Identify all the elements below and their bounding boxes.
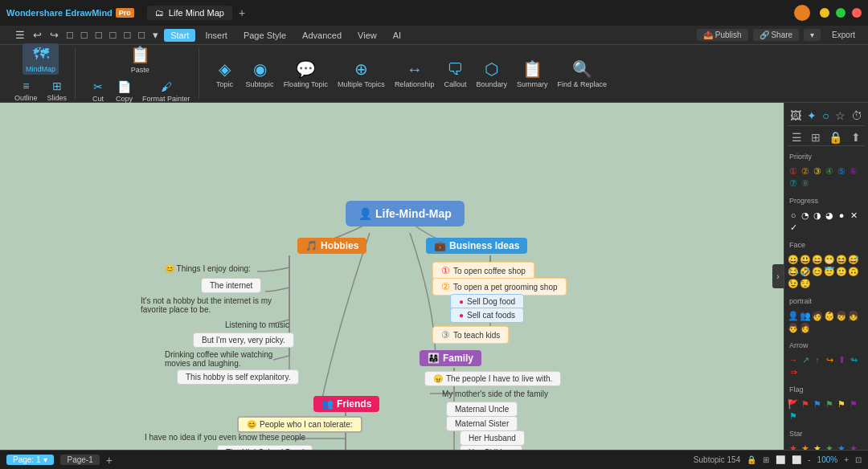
flag-5[interactable]: ⚑ <box>836 398 847 410</box>
flag-3[interactable]: ⚑ <box>812 398 823 410</box>
ribbon-relationship-button[interactable]: ↔ Relationship <box>391 59 438 90</box>
face-6[interactable]: 😅 <box>848 254 859 265</box>
progress-check[interactable]: ✓ <box>788 222 799 233</box>
portrait-1[interactable]: 👤 <box>788 310 799 321</box>
face-4[interactable]: 😁 <box>824 254 835 265</box>
face-1[interactable]: 😀 <box>788 254 799 265</box>
flag-2[interactable]: ⚑ <box>800 398 811 410</box>
flag-1[interactable]: 🚩 <box>788 398 799 410</box>
page-tab-1[interactable]: Page: 1 ▾ <box>6 455 54 465</box>
portrait-7[interactable]: 👨 <box>788 322 799 333</box>
family-child-2[interactable]: My mother's side of the family <box>434 387 556 401</box>
arrow-3[interactable]: ↑ <box>812 354 823 365</box>
ribbon-format-painter-button[interactable]: 🖌 Format Painter <box>139 79 194 104</box>
friends-child-3[interactable]: The HighSchool Band <box>217 445 313 450</box>
page-tab-2[interactable]: Page-1 <box>60 455 99 465</box>
sidebar-icon-photo[interactable]: 🖼 <box>790 109 801 122</box>
menu-start[interactable]: Start <box>164 29 195 42</box>
priority-2[interactable]: ② <box>800 165 811 177</box>
ribbon-cut-button[interactable]: ✂ Cut <box>87 79 109 104</box>
root-node[interactable]: 👤 Life-Mind-Map <box>346 201 465 226</box>
add-page-button[interactable]: + <box>106 454 113 467</box>
tb-icon-2[interactable]: □ <box>79 29 90 41</box>
star-2[interactable]: ★ <box>800 442 811 450</box>
page-tab-close[interactable]: ▾ <box>43 455 47 464</box>
portrait-4[interactable]: 👶 <box>824 310 835 321</box>
ribbon-multiple-topics-button[interactable]: ⊕ Multiple Topics <box>334 58 388 90</box>
hobbies-child-4[interactable]: Listening to music <box>217 318 297 332</box>
ribbon-callout-button[interactable]: 🗨 Callout <box>440 59 469 90</box>
arrow-2[interactable]: ↗ <box>800 354 811 365</box>
priority-5[interactable]: ⑤ <box>836 165 847 177</box>
face-3[interactable]: 😄 <box>812 254 823 265</box>
progress-0[interactable]: ○ <box>788 210 799 221</box>
business-child-4[interactable]: ● Sell cat foods <box>450 308 524 323</box>
face-8[interactable]: 🤣 <box>800 266 811 277</box>
hobbies-child-7[interactable]: This hobby is self explanitory. <box>177 369 299 385</box>
tb-icon-6[interactable]: □ <box>136 29 147 41</box>
sidebar-icon-circle[interactable]: ○ <box>822 109 829 122</box>
status-icon-1[interactable]: 🔒 <box>747 455 756 464</box>
priority-3[interactable]: ③ <box>812 165 823 177</box>
progress-25[interactable]: ◔ <box>800 210 811 221</box>
star-5[interactable]: ★ <box>836 442 847 450</box>
priority-8[interactable]: ⑧ <box>800 177 811 189</box>
face-7[interactable]: 😂 <box>788 266 799 277</box>
sidebar-icon-shapes[interactable]: ✦ <box>807 109 817 122</box>
hobbies-node[interactable]: 🎵 Hobbies <box>297 238 366 254</box>
sidebar-icon-star[interactable]: ☆ <box>835 109 845 122</box>
business-child-2[interactable]: ② To open a pet grooming shop <box>432 278 567 296</box>
ribbon-summary-button[interactable]: 📋 Summary <box>514 58 551 90</box>
undo-button[interactable]: ↩ <box>31 29 44 41</box>
file-menu[interactable]: ☰ <box>13 29 27 41</box>
ribbon-paste-button[interactable]: 📋 Paste <box>125 43 154 75</box>
family-node[interactable]: 👨‍👩‍👧 Family <box>420 350 481 366</box>
family-child-5[interactable]: Her Husband <box>460 430 525 446</box>
tb-icon-5[interactable]: □ <box>121 29 133 41</box>
business-child-5[interactable]: ③ To teach kids <box>432 326 509 344</box>
more-options-button[interactable]: ▾ <box>804 29 821 41</box>
ribbon-subtopic-button[interactable]: ◉ Subtopic <box>243 58 277 90</box>
ribbon-topic-button[interactable]: ◈ Topic <box>211 58 240 90</box>
arrow-5[interactable]: ⬆ <box>836 354 847 365</box>
face-12[interactable]: 🙃 <box>848 266 859 277</box>
face-2[interactable]: 😃 <box>800 254 811 265</box>
face-10[interactable]: 😇 <box>824 266 835 277</box>
active-tab[interactable]: 🗂 Life Mind Map <box>147 6 232 20</box>
menu-pagestyle[interactable]: Page Style <box>237 29 293 42</box>
portrait-2[interactable]: 👥 <box>800 310 811 321</box>
business-child-1[interactable]: ① To open coffee shop <box>432 262 534 279</box>
priority-1[interactable]: ① <box>788 165 799 177</box>
tb-icon-1[interactable]: □ <box>64 29 76 41</box>
canvas[interactable]: 👤 Life-Mind-Map 🎵 Hobbies 😊 Things I enj… <box>0 103 784 450</box>
close-button[interactable] <box>852 8 862 18</box>
status-icon-3[interactable]: ⬜ <box>776 455 785 464</box>
ribbon-mindmap-button[interactable]: 🗺 MindMap <box>23 43 59 75</box>
menu-ai[interactable]: AI <box>387 29 407 42</box>
hobbies-child-5[interactable]: But I'm very, very picky. <box>193 332 294 348</box>
tb-icon-7[interactable]: ▾ <box>150 29 161 41</box>
menu-advanced[interactable]: Advanced <box>296 29 348 42</box>
ribbon-slides-button[interactable]: ⊞ Slides <box>44 78 71 104</box>
business-node[interactable]: 💼 Business Ideas <box>426 238 527 254</box>
portrait-3[interactable]: 🧑 <box>812 310 823 321</box>
sidebar-icon-grid[interactable]: ⊞ <box>811 131 821 144</box>
minimize-button[interactable] <box>820 8 829 18</box>
friends-child-2[interactable]: I have no idea if you even know these pe… <box>137 430 313 444</box>
portrait-6[interactable]: 👧 <box>848 310 859 321</box>
star-4[interactable]: ★ <box>824 442 835 450</box>
family-child-3[interactable]: Maternal Uncle <box>446 402 518 417</box>
ribbon-copy-button[interactable]: 📄 Copy <box>113 79 136 104</box>
flag-4[interactable]: ⚑ <box>824 398 835 410</box>
export-button[interactable]: Export <box>825 29 862 41</box>
priority-4[interactable]: ④ <box>824 165 835 177</box>
menu-view[interactable]: View <box>351 29 383 42</box>
hobbies-child-1[interactable]: 😊 Things I enjoy doing: <box>157 262 259 275</box>
progress-50[interactable]: ◑ <box>812 210 823 221</box>
sidebar-icon-list[interactable]: ☰ <box>792 131 802 144</box>
ribbon-find-replace-button[interactable]: 🔍 Find & Replace <box>554 58 610 90</box>
zoom-out-button[interactable]: - <box>808 455 810 464</box>
progress-x[interactable]: ✕ <box>848 210 859 221</box>
flag-7[interactable]: ⚑ <box>788 410 799 422</box>
share-button[interactable]: 🔗 Share <box>753 29 799 41</box>
